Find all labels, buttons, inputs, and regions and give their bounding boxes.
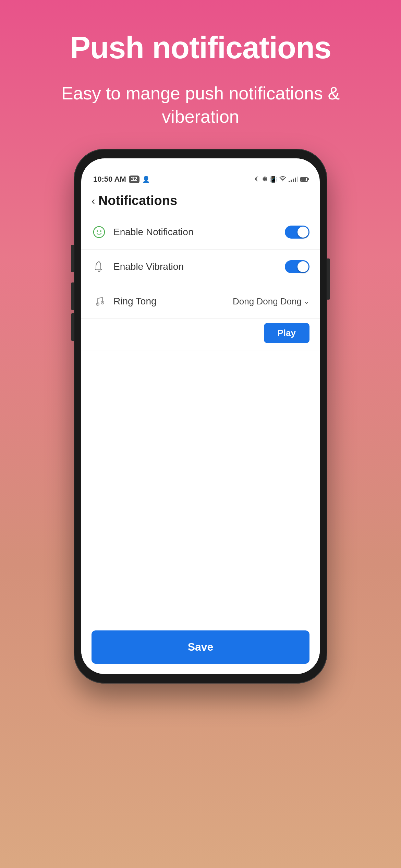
signal-icon [289,177,298,182]
contacts-icon: 👤 [142,176,150,183]
bell-icon [92,259,107,274]
status-left: 10:50 AM 32 👤 [93,175,150,184]
enable-vibration-label: Enable Vibration [113,261,285,272]
enable-notification-label: Enable Notification [113,227,285,238]
enable-vibration-toggle[interactable] [285,260,309,273]
phone-mockup: 10:50 AM 32 👤 ☾ ✱ 📳 [74,149,327,684]
play-button[interactable]: Play [264,323,310,343]
svg-point-1 [97,230,98,232]
phone-shell: 10:50 AM 32 👤 ☾ ✱ 📳 [74,149,327,684]
nav-header: ‹ Notifications [81,186,320,215]
wifi-icon [279,176,287,183]
battery-icon [300,177,308,182]
back-button[interactable]: ‹ [92,195,95,207]
bluetooth-icon: ✱ [262,176,267,183]
ring-tong-content: Ring Tong [92,294,233,309]
ring-tong-dropdown[interactable]: Dong Dong Dong ⌄ [233,296,309,307]
empty-space [81,350,320,630]
music-icon [92,294,107,309]
smiley-icon [92,225,107,240]
svg-point-0 [94,227,105,238]
save-button-container: Save [81,630,320,674]
enable-vibration-row[interactable]: Enable Vibration [81,250,320,284]
phone-screen: 10:50 AM 32 👤 ☾ ✱ 📳 [81,158,320,674]
enable-notification-row[interactable]: Enable Notification [81,215,320,250]
save-button[interactable]: Save [92,630,309,664]
status-right: ☾ ✱ 📳 [255,176,308,183]
hero-title: Push notifications [70,31,331,65]
page-title: Notifications [98,193,177,208]
ring-tong-row[interactable]: Ring Tong Dong Dong Dong ⌄ [81,284,320,319]
status-bar: 10:50 AM 32 👤 ☾ ✱ 📳 [81,171,320,186]
vibrate-icon: 📳 [269,176,277,183]
status-time: 10:50 AM [93,175,126,184]
hero-subtitle: Easy to mange push notifications & viber… [0,82,401,128]
chevron-down-icon: ⌄ [304,297,309,305]
svg-point-2 [100,230,101,232]
notification-badge: 32 [129,176,139,183]
play-row: Play [81,319,320,350]
moon-icon: ☾ [255,176,260,183]
ring-tong-label: Ring Tong [113,296,233,307]
enable-notification-toggle[interactable] [285,226,309,239]
screen-content: Enable Notification Enable Vibration [81,215,320,674]
dropdown-value: Dong Dong Dong [233,296,302,307]
